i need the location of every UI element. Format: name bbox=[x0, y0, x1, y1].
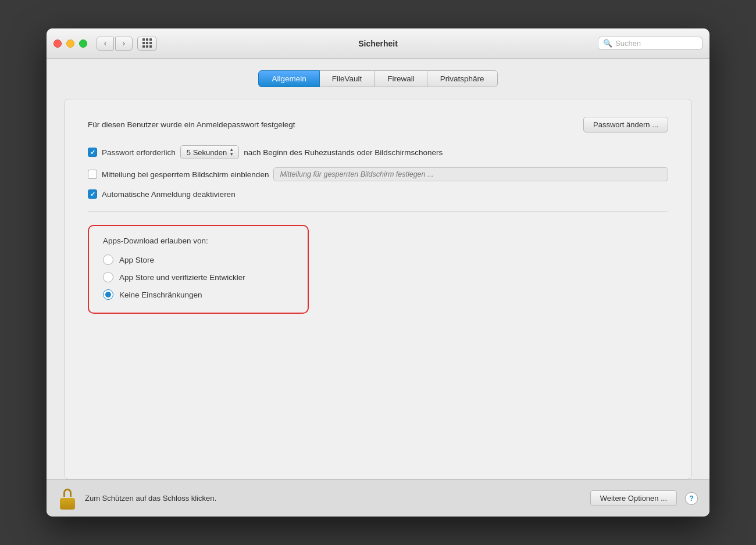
radio-no-restriction-row: Keine Einschränkungen bbox=[103, 289, 294, 300]
autologin-row: Automatische Anmeldung deaktivieren bbox=[88, 189, 668, 199]
settings-panel: Für diesen Benutzer wurde ein Anmeldepas… bbox=[64, 99, 692, 479]
download-box: Apps-Download erlauben von: App Store Ap… bbox=[88, 225, 309, 314]
close-button[interactable] bbox=[54, 40, 62, 48]
radio-appstore-dev-label: App Store und verifizierte Entwickler bbox=[119, 273, 245, 282]
password-description-text: Für diesen Benutzer wurde ein Anmeldepas… bbox=[88, 120, 583, 129]
message-row: Mitteilung bei gesperrtem Bildschirm ein… bbox=[88, 167, 668, 181]
search-icon: 🔍 bbox=[603, 39, 612, 48]
more-options-button[interactable]: Weitere Optionen ... bbox=[590, 490, 677, 506]
message-checkbox[interactable] bbox=[88, 170, 97, 179]
search-placeholder: Suchen bbox=[615, 39, 641, 48]
dropdown-value: 5 Sekunden bbox=[187, 148, 227, 157]
password-required-checkbox[interactable] bbox=[88, 148, 97, 157]
window-title: Sicherheit bbox=[358, 39, 398, 48]
message-label: Mitteilung bei gesperrtem Bildschirm ein… bbox=[102, 170, 269, 179]
tab-filevault[interactable]: FileVault bbox=[319, 70, 376, 87]
bottom-bar: Zum Schützen auf das Schloss klicken. We… bbox=[47, 479, 709, 517]
nav-buttons: ‹ › bbox=[97, 37, 133, 51]
divider bbox=[88, 211, 668, 212]
password-description-row: Für diesen Benutzer wurde ein Anmeldepas… bbox=[88, 117, 668, 132]
password-required-label: Passwort erforderlich bbox=[102, 148, 176, 157]
lock-hint-text: Zum Schützen auf das Schloss klicken. bbox=[85, 494, 582, 503]
radio-no-restriction[interactable] bbox=[103, 289, 113, 300]
message-input[interactable] bbox=[273, 167, 668, 181]
lock-shackle bbox=[63, 489, 72, 497]
radio-appstore[interactable] bbox=[103, 254, 113, 265]
lock-body bbox=[60, 498, 75, 510]
back-button[interactable]: ‹ bbox=[97, 37, 114, 51]
tabs: Allgemein FileVault Firewall Privatsphär… bbox=[64, 70, 692, 87]
radio-appstore-dev[interactable] bbox=[103, 272, 113, 282]
help-button[interactable]: ? bbox=[685, 492, 698, 505]
grid-button[interactable] bbox=[137, 37, 157, 51]
titlebar: ‹ › Sicherheit 🔍 Suchen bbox=[47, 28, 709, 59]
radio-no-restriction-label: Keine Einschränkungen bbox=[119, 291, 202, 299]
grid-icon bbox=[142, 38, 152, 48]
radio-appstore-row: App Store bbox=[103, 254, 294, 265]
content: Allgemein FileVault Firewall Privatsphär… bbox=[47, 59, 709, 479]
seconds-dropdown[interactable]: 5 Sekunden ▲ ▼ bbox=[180, 145, 239, 159]
change-password-button[interactable]: Passwort ändern ... bbox=[583, 117, 668, 132]
autologin-label: Automatische Anmeldung deaktivieren bbox=[102, 190, 236, 199]
traffic-lights bbox=[54, 40, 87, 48]
tab-allgemein[interactable]: Allgemein bbox=[258, 70, 319, 87]
lock-icon bbox=[58, 487, 77, 510]
download-title: Apps-Download erlauben von: bbox=[103, 236, 294, 245]
tab-privatsphare[interactable]: Privatsphäre bbox=[427, 70, 498, 87]
radio-appstore-label: App Store bbox=[119, 256, 154, 264]
dropdown-arrows-icon: ▲ ▼ bbox=[229, 148, 234, 157]
radio-appstore-dev-row: App Store und verifizierte Entwickler bbox=[103, 272, 294, 282]
password-required-row: Passwort erforderlich 5 Sekunden ▲ ▼ nac… bbox=[88, 145, 668, 159]
after-label: nach Beginn des Ruhezustands oder Bildsc… bbox=[244, 148, 443, 157]
minimize-button[interactable] bbox=[66, 40, 74, 48]
tab-firewall[interactable]: Firewall bbox=[374, 70, 428, 87]
window: ‹ › Sicherheit 🔍 Suchen Allgemein FileVa… bbox=[47, 28, 709, 517]
forward-button[interactable]: › bbox=[115, 37, 133, 51]
autologin-checkbox[interactable] bbox=[88, 189, 97, 199]
maximize-button[interactable] bbox=[79, 40, 87, 48]
search-box[interactable]: 🔍 Suchen bbox=[598, 37, 702, 50]
